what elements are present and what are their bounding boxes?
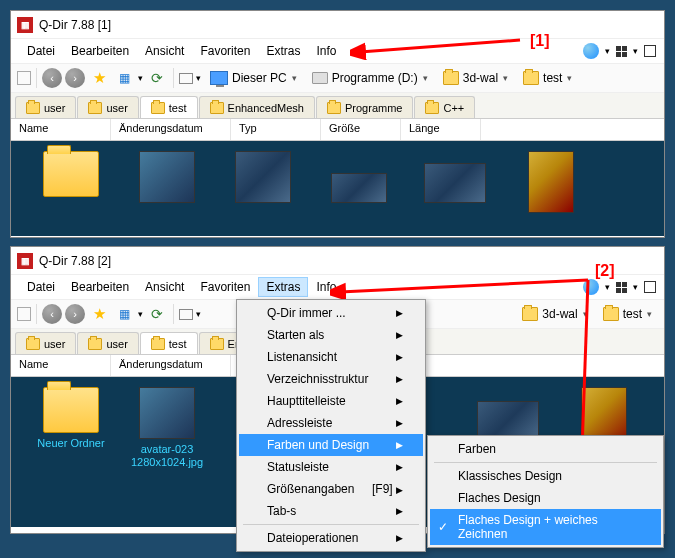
tab-test[interactable]: test <box>140 96 198 118</box>
app-icon: ▦ <box>17 253 33 269</box>
globe-icon[interactable] <box>583 43 599 59</box>
col-name[interactable]: Name <box>11 355 111 376</box>
breadcrumb-pc[interactable]: Dieser PC▾ <box>204 69 303 87</box>
col-size[interactable]: Größe <box>321 119 401 140</box>
menu-datei[interactable]: Datei <box>19 41 63 61</box>
breadcrumb-test[interactable]: test▾ <box>597 305 658 323</box>
layout-icon[interactable] <box>616 46 627 57</box>
app-icon: ▦ <box>17 17 33 33</box>
dropdown-groessen[interactable]: Größenangaben[F9] ▶ <box>239 478 423 500</box>
dropdown-tabs[interactable]: Tab-s▶ <box>239 500 423 522</box>
toolbar: ‹ › ★ ▦▾ ⟳ ▾ Dieser PC▾ Programme (D:)▾ … <box>11 63 664 93</box>
menu-datei[interactable]: Datei <box>19 277 63 297</box>
tab-user2[interactable]: user <box>77 96 138 118</box>
dropdown-dateioperationen[interactable]: Dateioperationen▶ <box>239 527 423 549</box>
menu-extras[interactable]: Extras <box>258 41 308 61</box>
menu-extras[interactable]: Extras <box>258 277 308 297</box>
dropdown-separator <box>243 524 419 525</box>
favorites-icon[interactable]: ★ <box>88 303 110 325</box>
file-thumb[interactable] <box>468 387 548 441</box>
window-title: Q-Dir 7.88 [1] <box>39 18 111 32</box>
maximize-icon[interactable] <box>644 45 656 57</box>
dropdown-farben-design[interactable]: Farben und Design▶ <box>239 434 423 456</box>
favorites-icon[interactable]: ★ <box>88 67 110 89</box>
split-icon[interactable] <box>17 71 31 85</box>
refresh-icon[interactable]: ⟳ <box>146 303 168 325</box>
forward-button[interactable]: › <box>65 68 85 88</box>
titlebar[interactable]: ▦ Q-Dir 7.88 [2] <box>11 247 664 275</box>
window-title: Q-Dir 7.88 [2] <box>39 254 111 268</box>
thumbnail-icon <box>139 387 195 439</box>
menu-ansicht[interactable]: Ansicht <box>137 277 192 297</box>
file-thumb[interactable] <box>415 163 495 203</box>
tab-enhancedmesh[interactable]: EnhancedMesh <box>199 96 315 118</box>
menu-bearbeiten[interactable]: Bearbeiten <box>63 41 137 61</box>
dropdown-adressleiste[interactable]: Adressleiste▶ <box>239 412 423 434</box>
file-folder-neuer[interactable]: Neuer Ordner <box>31 387 111 450</box>
pc-icon <box>210 71 228 85</box>
breadcrumb-3dwal[interactable]: 3d-wal▾ <box>516 305 593 323</box>
breadcrumb-drive[interactable]: Programme (D:)▾ <box>306 69 434 87</box>
dropdown-starten-als[interactable]: Starten als▶ <box>239 324 423 346</box>
menu-info[interactable]: Info <box>308 41 344 61</box>
window-2: ▦ Q-Dir 7.88 [2] Datei Bearbeiten Ansich… <box>10 246 665 534</box>
menu-bearbeiten[interactable]: Bearbeiten <box>63 277 137 297</box>
view-icon[interactable] <box>179 73 193 84</box>
col-length[interactable]: Länge <box>401 119 481 140</box>
tab-cpp[interactable]: C++ <box>414 96 475 118</box>
dropdown-haupttitel[interactable]: Haupttitelleiste▶ <box>239 390 423 412</box>
col-date[interactable]: Änderungsdatum <box>111 119 231 140</box>
back-button[interactable]: ‹ <box>42 304 62 324</box>
dropdown-qdir-immer[interactable]: Q-Dir immer ...▶ <box>239 302 423 324</box>
column-headers: Name Änderungsdatum Typ Größe Länge <box>11 119 664 141</box>
tab-user[interactable]: user <box>15 96 76 118</box>
file-area[interactable] <box>11 141 664 236</box>
tab-test[interactable]: test <box>140 332 198 354</box>
file-avatar[interactable]: avatar-023 1280x1024.jpg <box>127 387 207 469</box>
menubar: Datei Bearbeiten Ansicht Favoriten Extra… <box>11 39 664 63</box>
globe-icon[interactable] <box>583 279 599 295</box>
submenu-farben[interactable]: Farben <box>430 438 661 460</box>
file-thumb[interactable] <box>319 173 399 203</box>
drive-icon <box>312 72 328 84</box>
dropdown-verzeichnis[interactable]: Verzeichnisstruktur▶ <box>239 368 423 390</box>
grid-icon[interactable]: ▦ <box>113 303 135 325</box>
farben-submenu: Farben Klassisches Design Flaches Design… <box>427 435 664 548</box>
tab-user2[interactable]: user <box>77 332 138 354</box>
view-icon[interactable] <box>179 309 193 320</box>
file-label: avatar-023 1280x1024.jpg <box>127 443 207 469</box>
tabbar: user user test EnhancedMesh Programme C+… <box>11 93 664 119</box>
titlebar[interactable]: ▦ Q-Dir 7.88 [1] <box>11 11 664 39</box>
refresh-icon[interactable]: ⟳ <box>146 67 168 89</box>
breadcrumb-test[interactable]: test▾ <box>517 69 578 87</box>
split-icon[interactable] <box>17 307 31 321</box>
layout-icon[interactable] <box>616 282 627 293</box>
col-name[interactable]: Name <box>11 119 111 140</box>
file-thumb[interactable] <box>127 151 207 203</box>
check-icon: ✓ <box>438 520 448 534</box>
dropdown-statusleiste[interactable]: Statusleiste▶ <box>239 456 423 478</box>
menu-ansicht[interactable]: Ansicht <box>137 41 192 61</box>
submenu-flach-weich[interactable]: ✓Flaches Design + weiches Zeichnen <box>430 509 661 545</box>
col-type[interactable]: Typ <box>231 119 321 140</box>
col-date[interactable]: Änderungsdatum <box>111 355 231 376</box>
maximize-icon[interactable] <box>644 281 656 293</box>
menu-favoriten[interactable]: Favoriten <box>192 277 258 297</box>
window-1: ▦ Q-Dir 7.88 [1] Datei Bearbeiten Ansich… <box>10 10 665 238</box>
forward-button[interactable]: › <box>65 304 85 324</box>
tab-programme[interactable]: Programme <box>316 96 413 118</box>
submenu-klassisch[interactable]: Klassisches Design <box>430 465 661 487</box>
file-folder[interactable] <box>31 151 111 197</box>
file-thumb[interactable] <box>511 151 591 213</box>
menu-info[interactable]: Info <box>308 277 344 297</box>
submenu-flach[interactable]: Flaches Design <box>430 487 661 509</box>
grid-icon[interactable]: ▦ <box>113 67 135 89</box>
tab-user[interactable]: user <box>15 332 76 354</box>
menu-favoriten[interactable]: Favoriten <box>192 41 258 61</box>
file-label: Neuer Ordner <box>37 437 104 450</box>
file-thumb[interactable] <box>223 151 303 203</box>
menubar: Datei Bearbeiten Ansicht Favoriten Extra… <box>11 275 664 299</box>
back-button[interactable]: ‹ <box>42 68 62 88</box>
dropdown-listenansicht[interactable]: Listenansicht▶ <box>239 346 423 368</box>
breadcrumb-3dwal[interactable]: 3d-wal▾ <box>437 69 514 87</box>
